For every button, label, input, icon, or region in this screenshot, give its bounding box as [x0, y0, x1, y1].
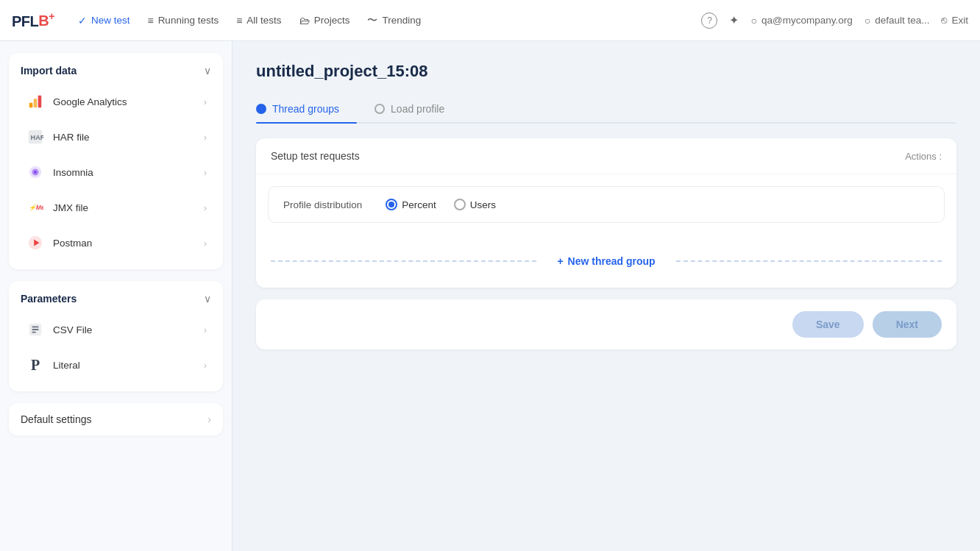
- google-analytics-icon: [25, 91, 46, 112]
- list-icon: ≡: [236, 15, 242, 26]
- google-analytics-label: Google Analytics: [53, 96, 127, 107]
- nav-new-test[interactable]: ✓ New test: [78, 15, 130, 26]
- csv-file-arrow: ›: [204, 324, 207, 335]
- nav-exit-label: Exit: [951, 15, 968, 26]
- logo-accent: B+: [38, 13, 54, 29]
- jmx-file-label: JMX file: [53, 202, 88, 213]
- google-analytics-arrow: ›: [204, 96, 207, 107]
- csv-file-icon: [25, 319, 46, 340]
- thread-group-row: + New thread group: [256, 235, 956, 288]
- svg-rect-12: [32, 326, 38, 327]
- har-file-arrow: ›: [204, 132, 207, 143]
- import-data-section: Import data ∨ Google Analytics ›: [9, 53, 223, 269]
- dashed-line-right: [676, 260, 942, 262]
- sidebar-item-jmx-file[interactable]: ⚡Meter JMX file ›: [13, 190, 219, 225]
- profile-distribution-label: Profile distribution: [283, 199, 362, 210]
- tab-load-profile-circle: [374, 104, 385, 114]
- nav-right: ? ✦ ○ qa@mycompany.org ○ default tea... …: [701, 13, 968, 29]
- sidebar-item-postman[interactable]: Postman ›: [13, 225, 219, 260]
- project-title: untitled_project_15:08: [256, 62, 956, 81]
- har-file-label: HAR file: [53, 132, 90, 143]
- content-header: Setup test requests Actions :: [256, 138, 956, 174]
- tab-thread-groups-label: Thread groups: [272, 103, 339, 115]
- nav-settings[interactable]: ✦: [729, 13, 739, 27]
- logo-text: PFLB+: [12, 11, 54, 30]
- jmx-file-icon: ⚡Meter: [25, 197, 46, 218]
- tab-load-profile[interactable]: Load profile: [374, 96, 462, 122]
- team-icon: ○: [864, 15, 870, 26]
- radio-users[interactable]: Users: [454, 199, 496, 210]
- parameters-section: Parameters ∨ CSV File ›: [9, 281, 223, 391]
- top-nav: PFLB+ ✓ New test ≡ Running tests ≡ All t…: [0, 0, 980, 41]
- postman-icon: [25, 232, 46, 253]
- nav-team-label: default tea...: [875, 15, 929, 26]
- radio-percent-circle: [386, 199, 397, 210]
- nav-all-tests-label: All tests: [246, 15, 281, 26]
- radio-users-circle: [454, 199, 466, 210]
- nav-running-tests[interactable]: ≡ Running tests: [147, 15, 219, 26]
- tab-load-profile-label: Load profile: [391, 103, 444, 115]
- nav-exit[interactable]: ⎋ Exit: [941, 15, 968, 26]
- import-data-chevron[interactable]: ∨: [204, 65, 211, 77]
- literal-arrow: ›: [204, 360, 207, 371]
- nav-all-tests[interactable]: ≡ All tests: [236, 15, 281, 26]
- sidebar-item-literal[interactable]: P Literal ›: [13, 347, 219, 383]
- nav-projects[interactable]: 🗁 Projects: [299, 15, 350, 26]
- tab-thread-groups[interactable]: Thread groups: [256, 96, 357, 122]
- new-thread-group-button[interactable]: + New thread group: [548, 255, 664, 267]
- har-file-icon: HAR: [25, 127, 46, 147]
- help-icon: ?: [701, 13, 717, 29]
- default-settings-arrow: ›: [207, 413, 211, 425]
- sidebar: Import data ∨ Google Analytics ›: [0, 41, 232, 551]
- next-button[interactable]: Next: [873, 311, 942, 338]
- insomnia-icon: [25, 162, 46, 182]
- sidebar-item-insomnia[interactable]: Insomnia ›: [13, 154, 219, 190]
- sidebar-item-google-analytics[interactable]: Google Analytics ›: [13, 84, 219, 119]
- parameters-chevron[interactable]: ∨: [204, 293, 211, 305]
- sidebar-item-har-file[interactable]: HAR HAR file ›: [13, 119, 219, 154]
- radio-percent[interactable]: Percent: [386, 199, 436, 210]
- nav-user[interactable]: ○ qa@mycompany.org: [750, 15, 852, 26]
- nav-trending[interactable]: 〜 Trending: [367, 14, 421, 27]
- check-icon: ✓: [78, 15, 87, 26]
- import-data-title: Import data: [21, 65, 77, 77]
- svg-rect-13: [32, 329, 38, 330]
- trending-icon: 〜: [367, 14, 377, 27]
- svg-rect-14: [32, 332, 36, 333]
- actions-label: Actions :: [905, 151, 942, 162]
- svg-rect-1: [34, 99, 38, 107]
- sidebar-item-csv-file[interactable]: CSV File ›: [13, 312, 219, 347]
- svg-rect-0: [29, 103, 33, 107]
- default-settings-label: Default settings: [21, 413, 92, 425]
- nav-projects-label: Projects: [314, 15, 350, 26]
- svg-point-7: [34, 171, 37, 174]
- nav-help[interactable]: ?: [701, 13, 717, 29]
- postman-label: Postman: [53, 238, 92, 249]
- insomnia-label: Insomnia: [53, 167, 93, 178]
- user-icon: ○: [750, 15, 756, 26]
- csv-file-label: CSV File: [53, 324, 92, 335]
- svg-text:HAR: HAR: [31, 134, 43, 141]
- svg-text:⚡Meter: ⚡Meter: [28, 204, 43, 212]
- layout: Import data ∨ Google Analytics ›: [0, 41, 980, 551]
- nav-team[interactable]: ○ default tea...: [864, 15, 930, 26]
- dashed-line-left: [271, 260, 536, 262]
- plus-icon: +: [557, 255, 563, 267]
- exit-icon: ⎋: [941, 15, 947, 26]
- save-button[interactable]: Save: [792, 311, 864, 338]
- folder-icon: 🗁: [299, 15, 310, 26]
- radio-percent-label: Percent: [402, 199, 436, 210]
- settings-icon: ✦: [729, 13, 739, 27]
- parameters-title: Parameters: [21, 293, 77, 305]
- nav-user-label: qa@mycompany.org: [761, 15, 853, 26]
- running-icon: ≡: [147, 15, 153, 26]
- literal-icon: P: [25, 355, 46, 375]
- sidebar-item-default-settings[interactable]: Default settings ›: [9, 403, 223, 436]
- jmx-file-arrow: ›: [204, 202, 207, 213]
- nav-trending-label: Trending: [382, 15, 421, 26]
- main-content: untitled_project_15:08 Thread groups Loa…: [232, 41, 980, 551]
- logo[interactable]: PFLB+: [12, 11, 54, 30]
- radio-users-label: Users: [470, 199, 496, 210]
- setup-test-requests-title: Setup test requests: [271, 150, 360, 162]
- literal-label: Literal: [53, 360, 80, 371]
